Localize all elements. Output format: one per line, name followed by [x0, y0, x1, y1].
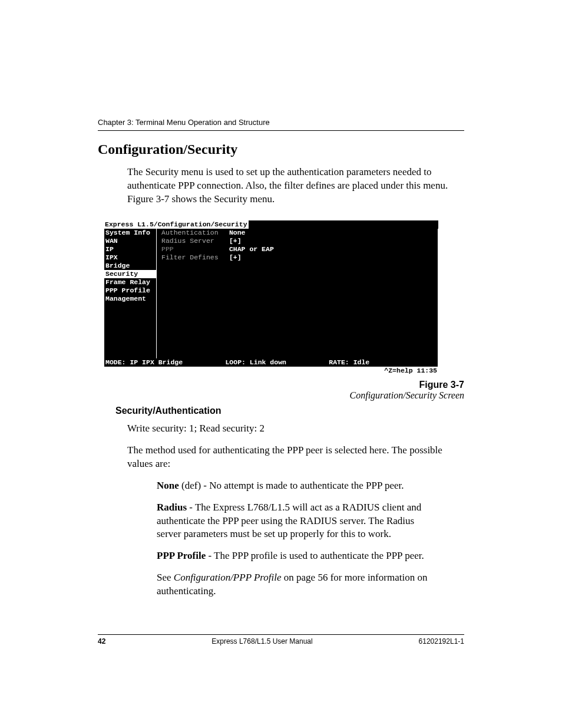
status-spacer: [412, 358, 437, 367]
status-rate: RATE: Idle: [329, 358, 369, 367]
field-value: None: [229, 229, 246, 236]
menu-item: WAN: [104, 237, 156, 245]
menu-item: Bridge: [104, 262, 156, 270]
security-levels: Write security: 1; Read security: 2: [127, 422, 464, 436]
definition-term: PPP Profile: [157, 550, 206, 561]
page: Chapter 3: Terminal Menu Operation and S…: [0, 0, 562, 728]
terminal-menu: System Info WAN IP IPX Bridge Security F…: [104, 229, 157, 358]
definition-term: None: [157, 480, 179, 491]
definition-see-also: See Configuration/PPP Profile on page 56…: [157, 571, 441, 598]
figure-number: Figure 3-7: [98, 380, 464, 390]
intro-paragraph: The Security menu is used to set up the …: [127, 166, 464, 206]
definition-term: Radius: [157, 502, 187, 513]
terminal-screenshot: Express L1.5/Configuration/Security Syst…: [104, 220, 438, 375]
terminal-title: Express L1.5/Configuration/Security: [104, 220, 438, 229]
figure-desc: Configuration/Security Screen: [98, 390, 464, 401]
menu-item: Frame Relay: [104, 278, 156, 286]
page-number: 42: [98, 637, 105, 645]
footer-center: Express L768/L1.5 User Manual: [211, 637, 312, 645]
field-label: Filter Defines: [161, 253, 225, 262]
footer-right: 61202192L1-1: [419, 637, 464, 645]
figure-caption: Figure 3-7 Configuration/Security Screen: [98, 380, 464, 401]
subsection-heading: Security/Authentication: [115, 406, 464, 416]
menu-item: System Info: [104, 229, 156, 237]
field-row: Filter Defines [+]: [161, 253, 274, 262]
definition-text: - The Express L768/L1.5 will act as a RA…: [157, 502, 421, 540]
menu-item: Management: [104, 295, 156, 303]
terminal-status: MODE: IP IPX Bridge LOOP: Link down RATE…: [104, 358, 438, 367]
field-value: CHAP or EAP: [229, 245, 274, 253]
field-row: Radius Server [+]: [161, 237, 274, 245]
definition-text: (def) - No attempt is made to authentica…: [179, 480, 404, 491]
terminal-help-bar: ^Z=help 11:35: [104, 367, 438, 375]
field-value: [+]: [229, 237, 242, 245]
field-value: [+]: [229, 253, 242, 261]
help-text: ^Z=help 11:35: [384, 367, 437, 374]
status-mode: MODE: IP IPX Bridge: [105, 358, 183, 367]
status-loop: LOOP: Link down: [225, 358, 286, 367]
field-row: Authentication None: [161, 229, 274, 237]
page-footer: 42 Express L768/L1.5 User Manual 6120219…: [98, 634, 464, 645]
menu-item-selected: Security: [104, 270, 156, 278]
terminal-title-text: Express L1.5/Configuration/Security: [104, 220, 249, 229]
menu-item: IP: [104, 245, 156, 253]
footer-rule: [98, 634, 464, 635]
menu-item: PPP Profile: [104, 286, 156, 295]
terminal-body: System Info WAN IP IPX Bridge Security F…: [104, 229, 438, 358]
definition-radius: Radius - The Express L768/L1.5 will act …: [157, 501, 441, 542]
see-reference: Configuration/PPP Profile: [174, 572, 282, 583]
definition-text: - The PPP profile is used to authenticat…: [206, 550, 424, 561]
definition-none: None (def) - No attempt is made to authe…: [157, 479, 441, 493]
footer-row: 42 Express L768/L1.5 User Manual 6120219…: [98, 637, 464, 645]
section-title: Configuration/Security: [98, 141, 464, 157]
definitions-list: None (def) - No attempt is made to authe…: [157, 479, 441, 599]
chapter-heading: Chapter 3: Terminal Menu Operation and S…: [98, 118, 464, 127]
definition-ppp-profile: PPP Profile - The PPP profile is used to…: [157, 549, 441, 563]
field-label: Authentication: [161, 229, 225, 237]
security-description: The method used for authenticating the P…: [127, 444, 464, 471]
field-row: PPP CHAP or EAP: [161, 245, 274, 253]
menu-item: IPX: [104, 253, 156, 262]
field-label: PPP: [161, 245, 225, 253]
see-pre: See: [157, 572, 174, 583]
top-rule: [98, 130, 464, 131]
field-label: Radius Server: [161, 237, 225, 245]
terminal-fields: Authentication None Radius Server [+] PP…: [157, 229, 279, 358]
